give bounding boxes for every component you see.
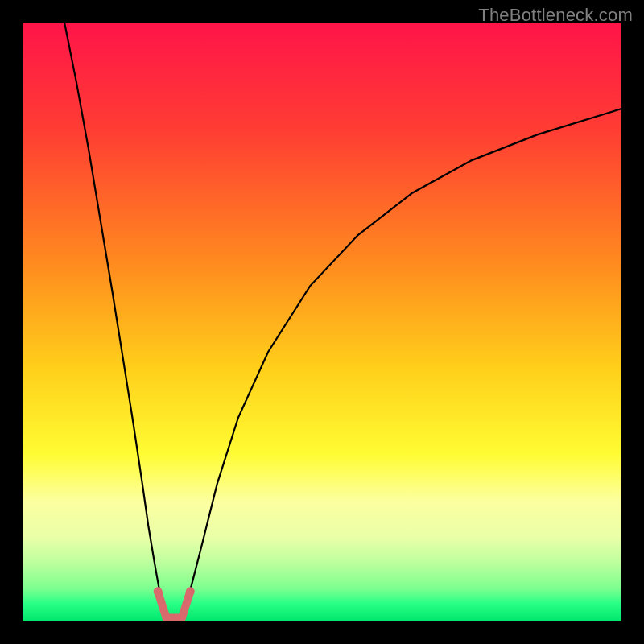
chart-background	[23, 23, 621, 621]
bottleneck-chart	[23, 23, 621, 621]
chart-stage: TheBottleneck.com	[0, 0, 644, 644]
u-band-endpoint	[154, 587, 163, 596]
u-band-endpoint	[186, 587, 195, 596]
